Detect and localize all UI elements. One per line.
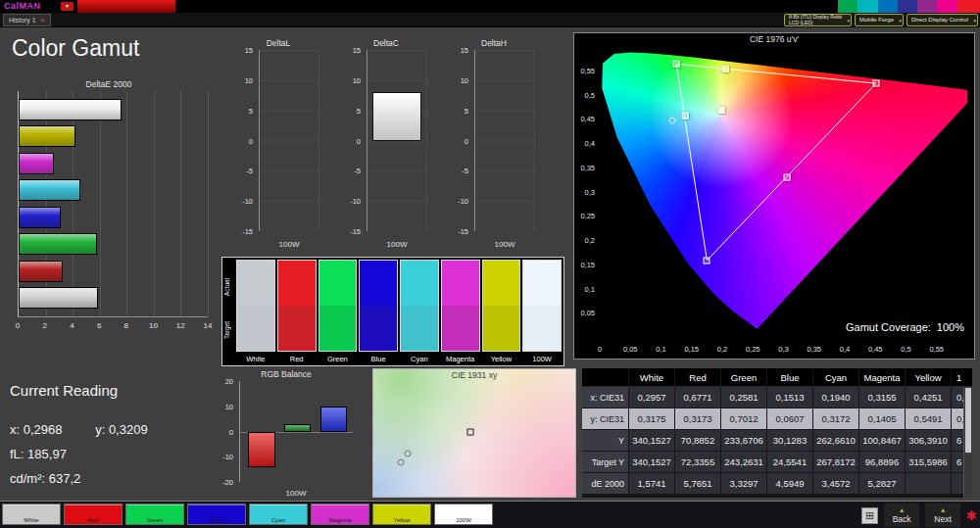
swatch-label: 100W bbox=[522, 352, 562, 365]
pattern-button-green[interactable]: Green bbox=[125, 504, 184, 525]
column-header: Green bbox=[721, 368, 767, 387]
next-button[interactable]: ▲ Next bbox=[925, 504, 960, 527]
table-cell: 72,3355 bbox=[675, 452, 721, 473]
navigation-cluster: ⊞ ▲ Back ▲ Next ✱ bbox=[861, 503, 977, 528]
swatch-label: Blue bbox=[359, 352, 398, 365]
chart-title: CIE 1976 u'v' bbox=[574, 34, 974, 44]
pattern-label: Yellow bbox=[373, 517, 430, 524]
swatch-column-red: Red bbox=[277, 260, 317, 365]
axis-tick-label: 0,2 bbox=[717, 345, 727, 354]
pattern-button-white[interactable]: White bbox=[2, 504, 61, 525]
back-button-label: Back bbox=[893, 514, 911, 524]
spectracal-star-icon[interactable]: ✱ bbox=[966, 508, 977, 523]
measured-point-marker bbox=[673, 61, 680, 68]
table-row[interactable]: dE 20001,57415,76513,32974,59493,45725,2… bbox=[582, 473, 972, 495]
close-icon[interactable]: ✕ bbox=[40, 18, 45, 24]
table-cell: 4,5949 bbox=[767, 473, 813, 495]
target-swatch bbox=[483, 306, 520, 351]
coverage-value: 100% bbox=[937, 321, 964, 333]
swatch-column-yellow: Yellow bbox=[482, 260, 521, 365]
delta-bar bbox=[372, 92, 421, 140]
deltae-bar-yellow bbox=[19, 125, 75, 147]
swatch-column-blue: Blue bbox=[359, 260, 398, 365]
pattern-button-magenta[interactable]: Magenta bbox=[311, 504, 369, 525]
swatch-column-green: Green bbox=[318, 260, 358, 365]
table-cell: 3,3297 bbox=[721, 473, 767, 495]
reading-cd-label: cd/m²: bbox=[10, 471, 45, 486]
reading-cd-value: 637,2 bbox=[49, 471, 81, 486]
swatch-label: Cyan bbox=[400, 352, 439, 365]
reading-x-label: x: bbox=[10, 422, 20, 437]
axis-tick-label: 0,45 bbox=[576, 115, 595, 123]
axis-tick-label: 0,3 bbox=[778, 345, 788, 354]
measured-point-marker bbox=[872, 80, 879, 87]
cie-1976-diagram: CIE 1976 u'v' 0,550,50,450,40,350,30,250… bbox=[573, 32, 975, 360]
swatch-column-magenta: Magenta bbox=[441, 260, 480, 365]
swatch-pair bbox=[482, 260, 521, 352]
menu-bar: History 1✕ 8-Bit (ITU) Display Rebit LCD… bbox=[0, 13, 980, 27]
table-row[interactable]: Target Y340,152772,3355243,263124,554126… bbox=[582, 452, 972, 473]
target-swatch bbox=[237, 306, 274, 351]
pattern-button-100w[interactable]: 100W bbox=[434, 504, 493, 525]
swatch-pair bbox=[441, 260, 480, 352]
pattern-source-dropdown[interactable]: Mobile Forge ▾ bbox=[855, 14, 904, 26]
tab-history-1[interactable]: History 1✕ bbox=[3, 14, 51, 26]
axis-tick-label: 5 bbox=[449, 106, 468, 115]
y-axis: 20100-10-20 bbox=[214, 381, 236, 482]
y-axis: 151050-5-10-15 bbox=[449, 50, 471, 231]
y-axis: 151050-5-10-15 bbox=[341, 50, 364, 231]
dropdown-label: Direct Display Control bbox=[911, 18, 968, 24]
swatch-pair bbox=[318, 260, 358, 352]
axis-tick-label: -5 bbox=[341, 167, 361, 175]
scrollbar[interactable] bbox=[963, 387, 972, 498]
reading-y-value: 0,3209 bbox=[109, 422, 148, 437]
table-row[interactable]: x: CIE310,29570,67710,25810,15130,19400,… bbox=[582, 387, 972, 408]
pattern-button-red[interactable]: Red bbox=[64, 504, 122, 525]
table-row[interactable]: y: CIE310,31750,31730,70120,06070,31720,… bbox=[582, 408, 972, 430]
pattern-label: 100W bbox=[435, 517, 492, 524]
column-header: Red bbox=[675, 368, 721, 387]
table-cell: 0,3173 bbox=[675, 408, 721, 430]
target-swatch bbox=[319, 306, 357, 351]
swatch-label: Green bbox=[318, 352, 358, 365]
axis-tick-label: 4 bbox=[70, 321, 74, 330]
back-button[interactable]: ▲ Back bbox=[884, 504, 919, 527]
swatch-column-cyan: Cyan bbox=[400, 260, 439, 365]
table-cell: 0,3172 bbox=[813, 408, 859, 430]
table-row[interactable]: Y340,152770,8852233,670630,1283262,66101… bbox=[582, 430, 972, 452]
table-cell: 0,1940 bbox=[813, 387, 859, 408]
pattern-button-cyan[interactable]: Cyan bbox=[249, 504, 308, 525]
deltac-chart: DeltaC 151050-5-10-15 100W bbox=[341, 37, 431, 253]
pattern-buttons: WhiteRedGreenBlueCyanMagentaYellow100W bbox=[2, 504, 493, 525]
axis-tick-label: 0,3 bbox=[576, 187, 595, 196]
deltae-2000-chart: DeltaE 2000 02468101214 bbox=[8, 78, 210, 333]
dropdown-label: LCD (LED) bbox=[789, 21, 842, 26]
display-control-dropdown[interactable]: Direct Display Control ▾ bbox=[906, 14, 978, 26]
row-label-target: Target bbox=[223, 309, 235, 352]
axis-tick-label: 12 bbox=[176, 321, 185, 330]
axis-tick-label: 14 bbox=[204, 321, 213, 330]
table-header-row: WhiteRedGreenBlueCyanMagentaYellow1 bbox=[582, 368, 972, 387]
bottom-bar: WhiteRedGreenBlueCyanMagentaYellow100W ⊞… bbox=[0, 501, 980, 528]
axis-tick-label: 6 bbox=[97, 321, 101, 330]
chart-plot-area bbox=[474, 50, 535, 231]
pattern-button-yellow[interactable]: Yellow bbox=[372, 504, 431, 525]
pattern-button-blue[interactable]: Blue bbox=[187, 504, 246, 525]
actual-swatch bbox=[237, 261, 274, 306]
axis-tick-label: 0,5 bbox=[901, 345, 910, 354]
deltae-bar-cyan bbox=[19, 179, 80, 201]
target-point-marker bbox=[405, 450, 412, 456]
x-axis-label: 100W bbox=[367, 240, 427, 249]
scrollbar-thumb[interactable] bbox=[965, 388, 971, 453]
swatch-columns: WhiteRedGreenBlueCyanMagentaYellow100W bbox=[236, 260, 562, 365]
table-cell: 96,8896 bbox=[859, 452, 906, 473]
app-menu-button[interactable]: ▾ bbox=[61, 2, 74, 11]
display-profile-dropdown[interactable]: 8-Bit (ITU) Display Rebit LCD (LED) ▾ bbox=[784, 14, 852, 26]
layout-grid-icon[interactable]: ⊞ bbox=[861, 507, 878, 524]
page-title: Color Gamut bbox=[12, 35, 139, 62]
chevron-down-icon: ▾ bbox=[973, 18, 976, 24]
deltae-bar-red bbox=[19, 261, 63, 282]
actual-swatch bbox=[442, 261, 479, 306]
axis-tick-label: 0 bbox=[341, 136, 361, 145]
reading-y-label: y: bbox=[95, 422, 105, 437]
